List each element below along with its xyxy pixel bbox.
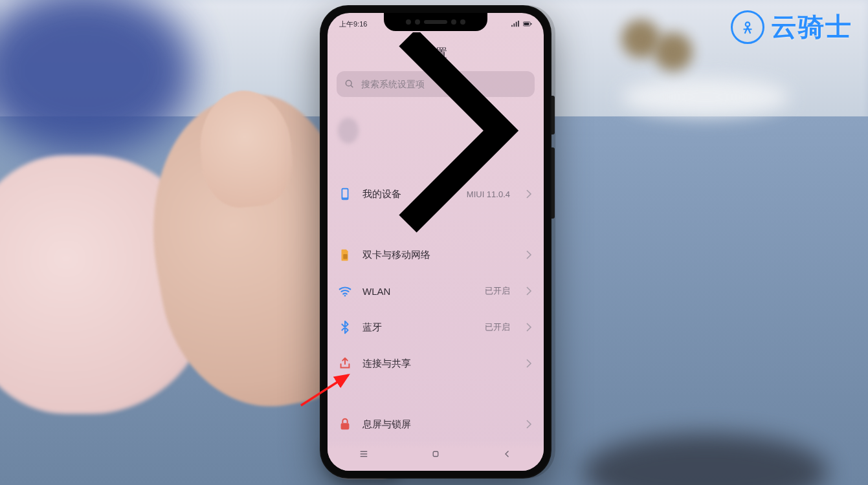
svg-rect-9 (343, 254, 347, 259)
search-icon (344, 79, 355, 89)
share-icon (338, 356, 352, 371)
row-value: MIUI 11.0.4 (467, 189, 510, 199)
row-my-device[interactable]: 我的设备 MIUI 11.0.4 (328, 176, 544, 212)
phone-frame: 上午9:16 设置 (320, 5, 551, 479)
settings-content[interactable]: 设置 我的设备 MIUI 11.0.4 (328, 32, 544, 440)
svg-rect-24 (433, 451, 438, 457)
status-time: 上午9:16 (339, 19, 367, 29)
section-network: 双卡与移动网络 WLAN 已开启 蓝牙 已 (328, 237, 544, 382)
row-connection-share[interactable]: 连接与共享 (328, 345, 544, 382)
svg-point-10 (344, 295, 346, 297)
svg-rect-8 (342, 189, 347, 198)
wifi-icon (338, 284, 352, 298)
row-account[interactable] (328, 110, 544, 151)
row-label: 连接与共享 (362, 358, 500, 370)
row-bluetooth[interactable]: 蓝牙 已开启 (328, 309, 544, 345)
phone-screen: 上午9:16 设置 (328, 13, 544, 471)
nav-recent-button[interactable] (358, 448, 370, 462)
svg-rect-3 (524, 23, 529, 25)
chevron-right-icon (526, 250, 532, 260)
row-label: 蓝牙 (362, 321, 474, 334)
bluetooth-icon (338, 320, 352, 334)
sim-icon (338, 248, 352, 262)
row-value: 已开启 (485, 285, 510, 297)
avatar (338, 118, 359, 144)
section-device: 我的设备 MIUI 11.0.4 (328, 176, 544, 212)
svg-rect-11 (341, 423, 350, 429)
row-lockscreen[interactable]: 息屏与锁屏 (328, 406, 544, 440)
chevron-right-icon (526, 322, 532, 332)
phone-icon (338, 187, 352, 201)
watermark-logo: 云骑士 (731, 9, 852, 45)
row-label: 我的设备 (362, 188, 456, 200)
row-label: 双卡与移动网络 (362, 249, 500, 261)
chevron-right-icon (526, 419, 532, 429)
row-wlan[interactable]: WLAN 已开启 (328, 273, 544, 309)
nav-home-button[interactable] (430, 448, 441, 462)
lock-icon (338, 417, 352, 431)
chevron-right-icon (526, 189, 532, 199)
row-label: WLAN (362, 286, 474, 297)
signal-icon (511, 21, 520, 27)
svg-line-6 (351, 85, 353, 87)
nav-back-button[interactable] (502, 448, 513, 462)
row-label: 息屏与锁屏 (362, 418, 510, 431)
svg-point-5 (346, 80, 351, 86)
chevron-right-icon (377, 32, 532, 255)
watermark-text: 云骑士 (771, 9, 852, 45)
watermark-icon (731, 10, 764, 44)
android-nav-bar (328, 440, 544, 471)
phone-notch (384, 13, 487, 31)
row-value: 已开启 (485, 321, 510, 333)
section-display: 息屏与锁屏 显示 声音与振动 (328, 406, 544, 440)
row-sim-network[interactable]: 双卡与移动网络 (328, 237, 544, 273)
svg-rect-4 (531, 23, 531, 25)
chevron-right-icon (526, 286, 532, 296)
battery-icon (523, 21, 532, 27)
chevron-right-icon (526, 358, 532, 369)
